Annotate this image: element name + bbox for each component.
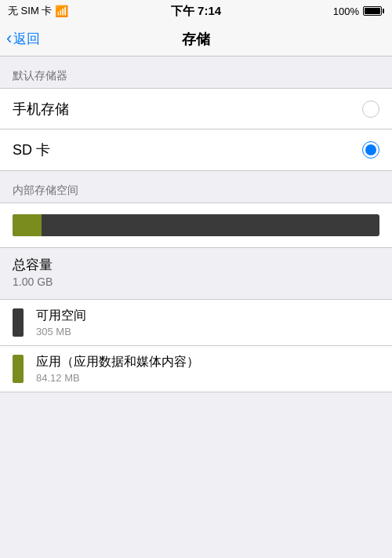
legend-item: 应用（应用数据和媒体内容）84.12 MB: [0, 346, 392, 392]
default-storage-header: 默认存储器: [0, 57, 392, 88]
storage-bar: [13, 214, 379, 236]
storage-option-list: 手机存储 SD 卡: [0, 88, 392, 171]
status-left: 无 SIM 卡 📶: [8, 4, 68, 18]
legend-size: 305 MB: [36, 326, 86, 337]
legend-color-block: [13, 355, 24, 383]
storage-legend-group: 可用空间305 MB应用（应用数据和媒体内容）84.12 MB: [0, 299, 392, 392]
back-chevron-icon: ‹: [6, 30, 12, 47]
sd-card-label: SD 卡: [13, 140, 50, 159]
nav-bar: ‹ 返回 存储: [0, 22, 392, 57]
total-capacity-label: 总容量: [13, 256, 379, 274]
wifi-icon: 📶: [55, 5, 68, 17]
legend-name: 应用（应用数据和媒体内容）: [36, 354, 199, 370]
status-right: 100%: [333, 5, 384, 17]
capacity-block: 总容量 1.00 GB: [0, 248, 392, 291]
status-time: 下午 7:14: [171, 4, 221, 19]
legend-item: 可用空间305 MB: [0, 300, 392, 346]
storage-bar-container: [0, 202, 392, 248]
total-capacity-value: 1.00 GB: [13, 275, 379, 288]
carrier-text: 无 SIM 卡: [8, 4, 52, 18]
sd-card-radio[interactable]: [362, 141, 379, 159]
back-label: 返回: [13, 30, 40, 48]
status-bar: 无 SIM 卡 📶 下午 7:14 100%: [0, 0, 392, 22]
legend-text: 可用空间305 MB: [36, 308, 86, 337]
storage-bar-used: [13, 214, 42, 236]
phone-storage-radio[interactable]: [362, 100, 379, 118]
legend-name: 可用空间: [36, 308, 86, 324]
legend-size: 84.12 MB: [36, 372, 199, 384]
sd-card-radio-fill: [365, 144, 376, 155]
phone-storage-label: 手机存储: [13, 100, 69, 119]
page-title: 存储: [182, 30, 210, 49]
legend-text: 应用（应用数据和媒体内容）84.12 MB: [36, 354, 199, 384]
legend-color-block: [13, 308, 24, 337]
back-button[interactable]: ‹ 返回: [6, 30, 40, 48]
battery-percent: 100%: [333, 5, 359, 17]
phone-storage-item[interactable]: 手机存储: [0, 89, 392, 129]
internal-storage-header: 内部存储空间: [0, 171, 392, 202]
battery-icon: [363, 6, 384, 16]
sd-card-item[interactable]: SD 卡: [0, 129, 392, 170]
